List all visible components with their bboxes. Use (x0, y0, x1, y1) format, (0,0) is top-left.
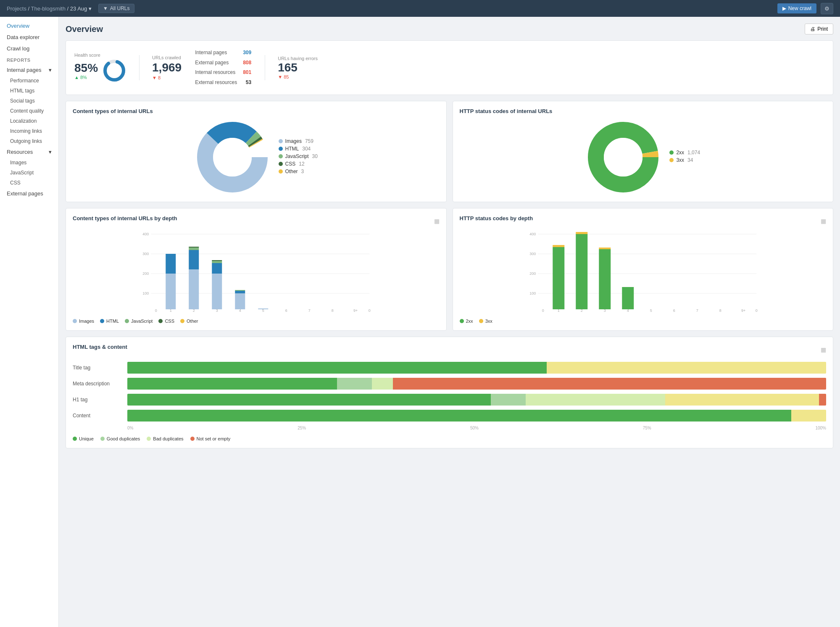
svg-point-2 (108, 65, 120, 76)
svg-rect-53 (553, 247, 564, 309)
bar-track (127, 378, 826, 390)
bar-track (127, 394, 826, 406)
legend-item: Good duplicates (100, 436, 140, 441)
http-status-card: HTTP status codes of internal URLs 2xx (453, 101, 834, 202)
legend-color (100, 319, 104, 323)
legend-item: HTML 304 (279, 146, 318, 152)
main-content: Overview 🖨 Print Health score 85% ▲ 8% (59, 17, 840, 627)
sidebar-item-images[interactable]: Images (0, 158, 58, 168)
sidebar-item-html-tags[interactable]: HTML tags (0, 86, 58, 96)
svg-text:3: 3 (603, 308, 606, 313)
svg-rect-31 (235, 291, 245, 293)
svg-text:0: 0 (755, 308, 757, 313)
svg-text:1: 1 (557, 308, 559, 313)
svg-text:7: 7 (308, 308, 311, 313)
html-content-card: HTML tags & content ▦ Title tag Meta (66, 337, 833, 448)
sidebar-item-localization[interactable]: Localization (0, 116, 58, 126)
donut-charts-row: Content types of internal URLs (66, 101, 833, 202)
chevron-down-icon: ▾ (49, 67, 52, 73)
errors-change: ▼ 85 (278, 74, 318, 79)
svg-rect-56 (576, 232, 587, 234)
sidebar-item-internal-pages[interactable]: Internal pages ▾ (0, 64, 58, 76)
legend-color (279, 154, 283, 158)
sidebar-item-data-explorer[interactable]: Data explorer (0, 32, 58, 43)
donut2-svg (585, 119, 661, 195)
sidebar-item-incoming-links[interactable]: Incoming links (0, 126, 58, 136)
legend-item: Images (73, 319, 94, 324)
svg-text:100: 100 (142, 291, 149, 295)
breadcrumb-date: 23 Aug (70, 5, 87, 12)
sidebar-item-crawl-log[interactable]: Crawl log (0, 43, 58, 54)
table-row: External pages 808 (195, 58, 251, 68)
breadcrumb-blog[interactable]: The-blogsmith (31, 5, 66, 12)
health-score-donut (102, 58, 126, 83)
http-depth-card: HTTP status codes by depth ▦ 400 300 200… (453, 208, 834, 331)
svg-text:300: 300 (142, 252, 149, 256)
sidebar-item-content-quality[interactable]: Content quality (0, 106, 58, 116)
bar2-svg: 400 300 200 100 0 (460, 230, 827, 314)
sidebar-item-outgoing-links[interactable]: Outgoing links (0, 136, 58, 146)
html-bar-row: Title tag (73, 362, 826, 374)
svg-rect-54 (553, 245, 564, 247)
content-depth-title: Content types of internal URLs by depth (73, 215, 177, 221)
svg-rect-29 (212, 260, 222, 261)
http-status-title: HTTP status codes of internal URLs (460, 108, 827, 114)
bar-seg-good-dup (491, 394, 526, 406)
legend-item: 2xx 1,074 (669, 150, 700, 155)
legend-color (669, 150, 674, 155)
svg-text:400: 400 (142, 232, 149, 236)
legend-item: Bad duplicates (147, 436, 183, 441)
svg-text:8: 8 (332, 308, 334, 313)
url-filter[interactable]: ▼ All URLs (98, 4, 134, 13)
sidebar-item-overview[interactable]: Overview (0, 20, 58, 32)
chevron-down-icon: ▾ (49, 149, 52, 155)
topnav-right: ▶ New crawl ⚙ (777, 3, 833, 14)
bar-track (127, 362, 826, 374)
svg-text:0: 0 (542, 308, 544, 313)
print-button[interactable]: 🖨 Print (805, 24, 833, 34)
table-row: External resources 53 (195, 78, 251, 87)
svg-text:300: 300 (529, 252, 536, 256)
legend-color (73, 319, 77, 323)
sidebar-item-resources[interactable]: Resources ▾ (0, 146, 58, 158)
html-bar-row: H1 tag (73, 394, 826, 406)
bar-axis: 0% 25% 50% 75% 100% (127, 426, 826, 430)
legend-color (279, 162, 283, 166)
legend-color (279, 147, 283, 151)
svg-rect-57 (599, 249, 611, 309)
sidebar-item-social-tags[interactable]: Social tags (0, 96, 58, 106)
svg-text:0: 0 (369, 308, 371, 313)
stats-row: Health score 85% ▲ 8% URLs (66, 40, 833, 95)
svg-rect-32 (235, 290, 245, 291)
new-crawl-button[interactable]: ▶ New crawl (777, 3, 816, 13)
html-content-title: HTML tags & content (73, 344, 127, 350)
content-types-card: Content types of internal URLs (66, 101, 447, 202)
html-legend: Unique Good duplicates Bad duplicates No… (73, 436, 826, 441)
settings-button[interactable]: ⚙ (821, 3, 833, 14)
svg-rect-21 (166, 254, 176, 274)
bar-seg-unique (127, 394, 491, 406)
sidebar-item-external-pages[interactable]: External pages (0, 188, 58, 199)
legend-color (479, 319, 483, 323)
bar-seg-bad-dup (526, 394, 666, 406)
breadcrumb-projects[interactable]: Projects (7, 5, 26, 12)
legend-color (147, 437, 151, 441)
legend-item: Other (180, 319, 198, 324)
svg-text:4: 4 (239, 308, 241, 313)
svg-text:6: 6 (673, 308, 675, 313)
sidebar-item-css[interactable]: CSS (0, 178, 58, 188)
svg-text:9+: 9+ (741, 308, 745, 313)
health-score-value: 85% (74, 61, 98, 75)
svg-text:2: 2 (193, 308, 195, 313)
html-chart-header: HTML tags & content ▦ (73, 344, 826, 355)
sidebar-item-javascript[interactable]: JavaScript (0, 168, 58, 178)
svg-text:400: 400 (529, 232, 536, 236)
sidebar-item-performance[interactable]: Performance (0, 76, 58, 86)
svg-rect-59 (622, 287, 634, 309)
health-score-change: ▲ 8% (74, 75, 98, 80)
donut1-wrap: Images 759 HTML 304 JavaScript 30 (73, 119, 440, 195)
svg-text:1: 1 (170, 308, 172, 313)
bar-seg-bad-dup (372, 378, 393, 390)
page-header: Overview 🖨 Print (66, 24, 833, 34)
chart-header: Content types of internal URLs by depth … (73, 215, 440, 227)
